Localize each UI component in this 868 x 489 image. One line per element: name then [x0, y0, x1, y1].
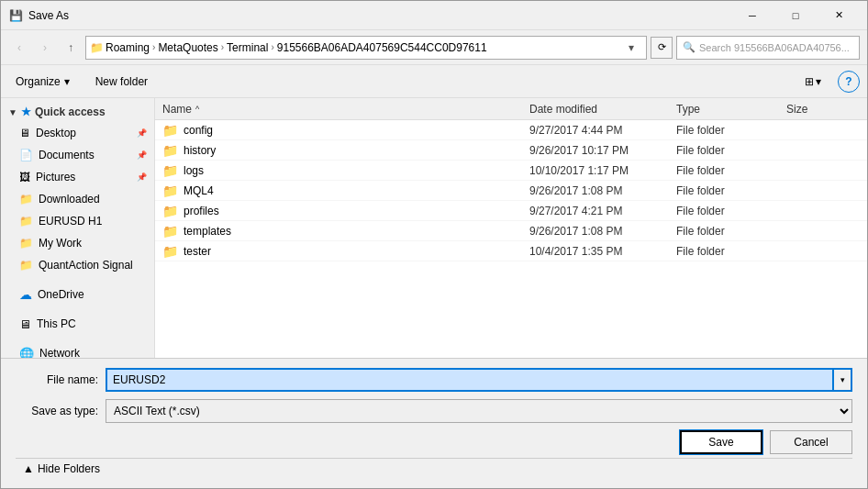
- pin-icon-pics: 📌: [137, 172, 147, 182]
- sidebar-item-eurusd[interactable]: 📁 EURUSD H1: [1, 210, 154, 232]
- organize-label: Organize: [16, 75, 61, 88]
- folder-icon: 📁: [162, 123, 178, 138]
- file-type: File folder: [676, 184, 786, 197]
- column-name[interactable]: Name ^: [162, 103, 529, 116]
- sidebar-item-downloaded[interactable]: 📁 Downloaded: [1, 188, 154, 210]
- folder-icon: 📁: [162, 143, 178, 158]
- file-list: Name ^ Date modified Type Size 📁 config: [155, 98, 867, 358]
- column-date[interactable]: Date modified: [529, 103, 676, 116]
- address-toolbar: ‹ › ↑ 📁 Roaming › MetaQuotes › Terminal …: [1, 30, 867, 65]
- maximize-button[interactable]: □: [774, 1, 817, 30]
- pictures-label: Pictures: [36, 171, 75, 183]
- desktop-icon: 🖥: [19, 127, 30, 139]
- help-button[interactable]: ?: [838, 71, 860, 93]
- view-button-group[interactable]: ⊞ ▾: [799, 72, 827, 92]
- filename-input[interactable]: [106, 368, 834, 392]
- sidebar-item-pictures[interactable]: 🖼 Pictures 📌: [1, 166, 154, 188]
- file-date: 9/26/2017 1:08 PM: [529, 184, 676, 197]
- file-date: 9/26/2017 1:08 PM: [529, 225, 676, 238]
- organize-bar: Organize ▾ New folder ⊞ ▾ ?: [1, 65, 867, 98]
- new-folder-button[interactable]: New folder: [88, 72, 155, 92]
- address-dropdown-button[interactable]: ▾: [620, 37, 642, 59]
- table-row[interactable]: 📁 templates 9/26/2017 1:08 PM File folde…: [155, 221, 867, 241]
- saveastype-select[interactable]: ASCII Text (*.csv): [106, 399, 852, 423]
- sidebar-item-documents[interactable]: 📄 Documents 📌: [1, 144, 154, 166]
- sidebar-item-network[interactable]: 🌐 Network: [1, 342, 154, 358]
- pin-icon: 📌: [137, 128, 147, 138]
- sidebar-item-quant[interactable]: 📁 QuantAction Signal: [1, 254, 154, 276]
- saveastype-label: Save as type:: [16, 405, 98, 417]
- breadcrumb-metaquotes: MetaQuotes: [158, 41, 217, 54]
- dialog-icon: 💾: [8, 8, 23, 23]
- table-row[interactable]: 📁 logs 10/10/2017 1:17 PM File folder: [155, 161, 867, 181]
- filename-label: File name:: [16, 373, 98, 386]
- table-row[interactable]: 📁 profiles 9/27/2017 4:21 PM File folder: [155, 201, 867, 221]
- column-size[interactable]: Size: [786, 103, 860, 116]
- table-row[interactable]: 📁 MQL4 9/26/2017 1:08 PM File folder: [155, 181, 867, 201]
- organize-arrow: ▾: [64, 75, 70, 88]
- sidebar-item-mywork[interactable]: 📁 My Work: [1, 232, 154, 254]
- forward-button[interactable]: ›: [34, 37, 56, 59]
- table-row[interactable]: 📁 config 9/27/2017 4:44 PM File folder: [155, 120, 867, 140]
- table-row[interactable]: 📁 history 9/26/2017 10:17 PM File folder: [155, 140, 867, 161]
- breadcrumb-terminal: Terminal: [227, 41, 268, 54]
- file-type: File folder: [676, 144, 786, 157]
- file-name-text: config: [184, 124, 213, 137]
- save-button[interactable]: Save: [680, 430, 762, 454]
- save-as-dialog: 💾 Save As ─ □ ✕ ‹ › ↑ 📁 Roaming › MetaQu…: [0, 0, 868, 489]
- back-button[interactable]: ‹: [8, 37, 30, 59]
- folder-icon: 📁: [162, 163, 178, 178]
- breadcrumb: 📁 Roaming › MetaQuotes › Terminal › 9155…: [90, 41, 487, 54]
- file-date: 9/27/2017 4:21 PM: [529, 205, 676, 217]
- search-placeholder: Search 915566BA06ADA40756...: [699, 42, 850, 53]
- folder-icon: 📁: [162, 244, 178, 259]
- mywork-icon: 📁: [19, 237, 33, 250]
- file-type: File folder: [676, 225, 786, 238]
- desktop-label: Desktop: [36, 127, 76, 139]
- title-bar: 💾 Save As ─ □ ✕: [1, 1, 867, 30]
- mywork-label: My Work: [39, 237, 82, 250]
- view-icon: ⊞: [805, 75, 814, 88]
- file-date: 10/4/2017 1:35 PM: [529, 245, 676, 258]
- filename-dropdown-button[interactable]: ▾: [834, 368, 852, 392]
- hide-folders-label: Hide Folders: [38, 462, 100, 475]
- quant-label: QuantAction Signal: [39, 259, 133, 272]
- file-type: File folder: [676, 205, 786, 217]
- address-bar[interactable]: 📁 Roaming › MetaQuotes › Terminal › 9155…: [85, 36, 647, 60]
- quick-access-label: Quick access: [35, 106, 106, 118]
- window-controls: ─ □ ✕: [731, 1, 860, 30]
- folder-icon: 📁: [162, 204, 178, 218]
- search-box[interactable]: 🔍 Search 915566BA06ADA40756...: [676, 36, 860, 60]
- cancel-button[interactable]: Cancel: [770, 430, 852, 454]
- quick-access-arrow: ▼: [8, 107, 17, 117]
- hide-folders-button[interactable]: ▲ Hide Folders: [16, 458, 852, 479]
- file-name-text: profiles: [184, 205, 219, 217]
- file-name-text: templates: [184, 225, 231, 238]
- close-button[interactable]: ✕: [818, 1, 860, 30]
- table-row[interactable]: 📁 tester 10/4/2017 1:35 PM File folder: [155, 241, 867, 261]
- filename-input-wrapper: ▾: [106, 368, 852, 392]
- column-type[interactable]: Type: [676, 103, 786, 116]
- file-name-text: MQL4: [184, 184, 214, 197]
- thispc-label: This PC: [37, 317, 76, 330]
- minimize-button[interactable]: ─: [731, 1, 773, 30]
- organize-button[interactable]: Organize ▾: [8, 72, 77, 92]
- filename-row: File name: ▾: [16, 368, 852, 392]
- view-arrow: ▾: [816, 75, 821, 88]
- file-list-header: Name ^ Date modified Type Size: [155, 98, 867, 120]
- pin-icon-docs: 📌: [137, 150, 147, 160]
- refresh-button[interactable]: ⟳: [651, 37, 673, 59]
- collapse-arrow: ▲: [23, 462, 34, 475]
- file-rows: 📁 config 9/27/2017 4:44 PM File folder 📁…: [155, 120, 867, 261]
- sidebar-item-thispc[interactable]: 🖥 This PC: [1, 313, 154, 335]
- file-name-text: logs: [184, 164, 204, 177]
- thispc-icon: 🖥: [19, 317, 31, 331]
- sidebar-item-onedrive[interactable]: ☁ OneDrive: [1, 283, 154, 306]
- file-date: 9/26/2017 10:17 PM: [529, 144, 676, 157]
- up-button[interactable]: ↑: [60, 37, 82, 59]
- bottom-section: File name: ▾ Save as type: ASCII Text (*…: [1, 358, 867, 488]
- documents-label: Documents: [39, 149, 95, 161]
- main-content: ▼ ★ Quick access 🖥 Desktop 📌 📄 Documents…: [1, 98, 867, 358]
- sidebar-item-desktop[interactable]: 🖥 Desktop 📌: [1, 122, 154, 144]
- saveastype-select-wrapper: ASCII Text (*.csv): [106, 399, 852, 423]
